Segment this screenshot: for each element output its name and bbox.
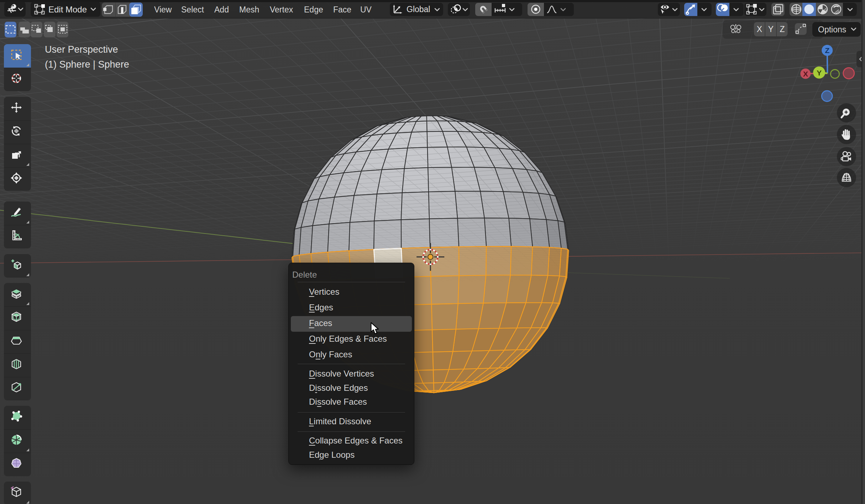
svg-text:Z: Z <box>825 46 829 54</box>
svg-text:Y: Y <box>817 69 822 77</box>
svg-text:X: X <box>803 70 808 78</box>
